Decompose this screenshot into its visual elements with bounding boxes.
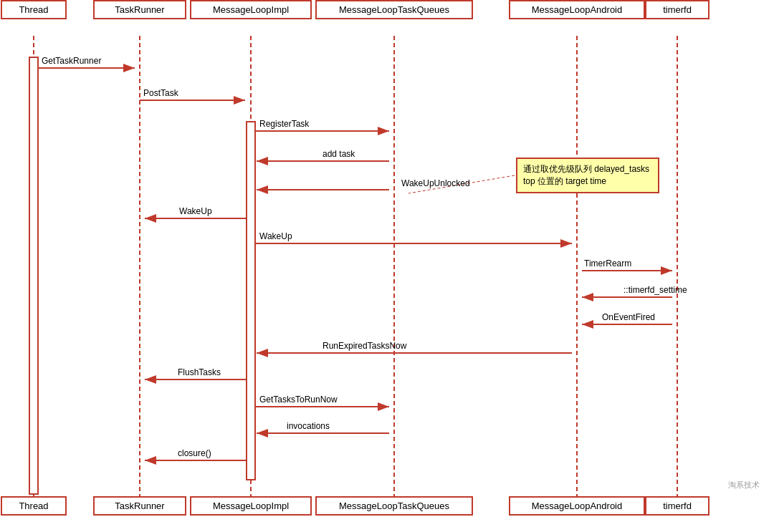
label-timerrearm: TimerRearm <box>584 258 631 269</box>
actor-thread-top: Thread <box>1 0 67 19</box>
label-addtask: add task <box>322 149 355 159</box>
actor-taskrunner-top: TaskRunner <box>93 0 186 19</box>
diagram-container: Thread TaskRunner MessageLoopImpl Messag… <box>0 0 774 532</box>
actor-thread-bottom: Thread <box>1 496 67 516</box>
actor-timerfd-top: timerfd <box>645 0 710 19</box>
activation-messageloopimpl <box>247 122 256 473</box>
label-invocations: invocations <box>287 421 330 431</box>
label-flushtasks: FlushTasks <box>178 367 221 377</box>
note-delayed-tasks: 通过取优先级队列 delayed_tasks top 位置的 target ti… <box>516 158 659 193</box>
activation-thread <box>29 57 38 494</box>
label-posttask: PostTask <box>143 88 179 98</box>
actor-taskrunner-bottom: TaskRunner <box>93 496 186 516</box>
label-gettaskrunner: GetTaskRunner <box>42 56 101 66</box>
label-registertask: RegisterTask <box>259 119 310 129</box>
label-closure: closure() <box>178 448 211 458</box>
actor-messageloopandroid-bottom: MessageLoopAndroid <box>509 496 645 516</box>
actor-messagelooptaskqueues-bottom: MessageLoopTaskQueues <box>315 496 473 516</box>
label-oneventfired: OnEventFired <box>602 312 655 322</box>
label-runexpiredtasksnow: RunExpiredTasksNow <box>322 341 407 351</box>
label-wakeup-2: WakeUp <box>259 231 292 241</box>
svg-line-25 <box>408 175 515 193</box>
actor-messagelooptaskqueues-top: MessageLoopTaskQueues <box>315 0 473 19</box>
label-wakeupunlocked: WakeUpUnlocked <box>401 178 470 188</box>
actor-messageloopimpl-bottom: MessageLoopImpl <box>190 496 312 516</box>
arrows-svg: GetTaskRunner PostTask RegisterTask add … <box>0 0 774 532</box>
actor-messageloopandroid-top: MessageLoopAndroid <box>509 0 645 19</box>
actor-messageloopimpl-top: MessageLoopImpl <box>190 0 312 19</box>
label-wakeup-1: WakeUp <box>179 206 212 216</box>
label-timerfd-settime: ::timerfd_settime <box>624 285 687 295</box>
label-gettaskstorun: GetTasksToRunNow <box>259 395 338 405</box>
watermark: 淘系技术 <box>728 480 760 490</box>
actor-timerfd-bottom: timerfd <box>645 496 710 516</box>
